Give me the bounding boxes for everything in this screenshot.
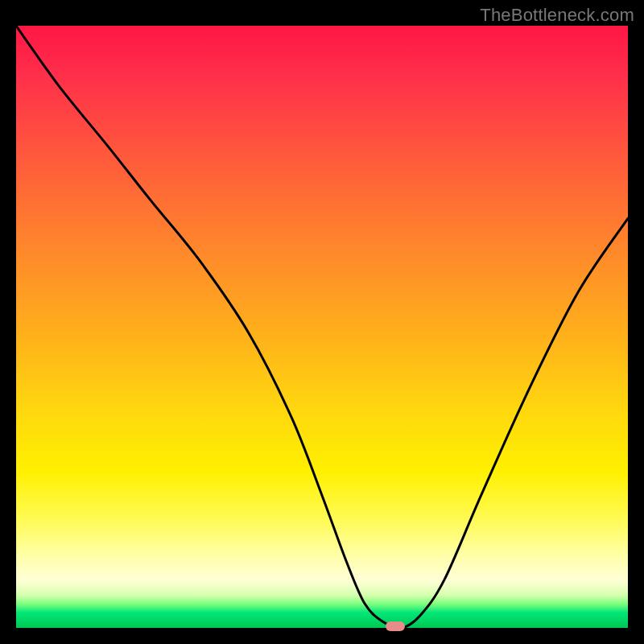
plot-area: [16, 26, 628, 628]
watermark-text: TheBottleneck.com: [480, 5, 634, 26]
curve-path: [16, 26, 628, 628]
chart-container: TheBottleneck.com: [0, 0, 644, 644]
bottleneck-curve: [16, 26, 628, 628]
optimal-point-marker: [386, 621, 405, 631]
